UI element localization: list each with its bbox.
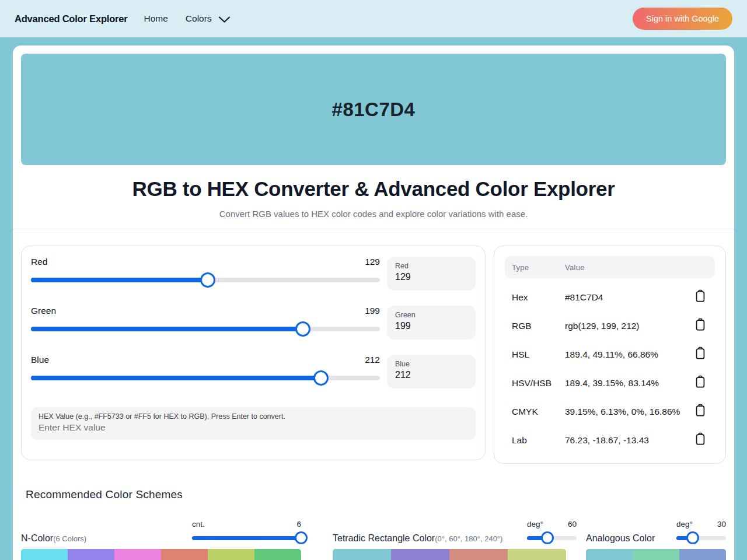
analogous-palette bbox=[586, 549, 726, 560]
slider-value: 60 bbox=[568, 520, 577, 528]
palette-swatch[interactable] bbox=[586, 549, 633, 560]
blue-slider-label: Blue bbox=[31, 355, 49, 365]
main-card: #81C7D4 RGB to HEX Converter & Advanced … bbox=[13, 46, 734, 560]
sign-in-google-button[interactable]: Sign in with Google bbox=[633, 8, 732, 30]
green-slider-fill bbox=[31, 327, 303, 331]
palette-swatch[interactable] bbox=[449, 549, 508, 560]
palette-swatch[interactable] bbox=[391, 549, 449, 560]
nav-item-home[interactable]: Home bbox=[144, 13, 167, 24]
blue-slider-group: Blue 212 bbox=[31, 355, 380, 404]
green-slider-group: Green 199 bbox=[31, 306, 380, 355]
clipboard-icon bbox=[694, 317, 707, 334]
scheme-name: Analogous Color bbox=[586, 533, 655, 543]
blue-slider-value: 212 bbox=[365, 355, 380, 365]
row-value: 76.23, -18.67, -13.43 bbox=[565, 435, 693, 446]
blue-slider-thumb[interactable] bbox=[313, 370, 329, 386]
scheme-analogous: Analogous Color deg° 30 bbox=[586, 519, 726, 560]
blue-value-field-value: 212 bbox=[395, 370, 467, 380]
page-title: RGB to HEX Converter & Advanced Color Ex… bbox=[13, 177, 734, 201]
n-color-count-slider-group: cnt. 6 bbox=[192, 520, 301, 544]
slider-thumb[interactable] bbox=[295, 531, 308, 544]
nav-item-colors[interactable]: Colors bbox=[186, 13, 231, 24]
green-slider-value: 199 bbox=[365, 306, 380, 316]
red-value-field-label: Red bbox=[395, 262, 467, 270]
slider-label: deg° bbox=[676, 520, 693, 528]
clipboard-icon bbox=[694, 289, 707, 306]
table-row: Lab 76.23, -18.67, -13.43 bbox=[505, 426, 715, 454]
analogous-degree-slider[interactable] bbox=[676, 531, 726, 544]
slider-label: cnt. bbox=[192, 520, 205, 528]
navbar: Advanced Color Explorer Home Colors Sign… bbox=[0, 0, 747, 37]
row-type: RGB bbox=[512, 321, 565, 331]
copy-rgb-button[interactable] bbox=[693, 316, 708, 335]
blue-slider[interactable] bbox=[31, 370, 380, 386]
slider-thumb[interactable] bbox=[541, 531, 554, 544]
analogous-degree-slider-group: deg° 30 bbox=[676, 520, 726, 544]
row-type: Hex bbox=[512, 292, 565, 303]
red-slider[interactable] bbox=[31, 272, 380, 288]
conversion-table-header: Type Value bbox=[505, 256, 715, 278]
n-color-palette bbox=[21, 549, 301, 560]
red-slider-label: Red bbox=[31, 257, 47, 267]
clipboard-icon bbox=[694, 403, 707, 420]
red-value-field-value: 129 bbox=[395, 272, 467, 282]
palette-swatch[interactable] bbox=[508, 549, 566, 560]
n-color-count-slider[interactable] bbox=[192, 531, 301, 544]
palette-swatch[interactable] bbox=[679, 549, 726, 560]
palette-swatch[interactable] bbox=[208, 549, 254, 560]
tetradic-degree-slider-group: deg° 60 bbox=[527, 520, 577, 544]
hero-color-swatch: #81C7D4 bbox=[21, 54, 726, 165]
slider-thumb[interactable] bbox=[686, 531, 699, 544]
green-value-field-value: 199 bbox=[395, 321, 467, 331]
row-value: 189.4, 39.15%, 83.14% bbox=[565, 378, 693, 388]
brand-title[interactable]: Advanced Color Explorer bbox=[15, 13, 127, 24]
page-subtitle: Convert RGB values to HEX color codes an… bbox=[13, 209, 734, 219]
schemes-heading: Recommended Color Schemes bbox=[26, 488, 721, 501]
schemes-row: N-Color(6 Colors) cnt. 6 bbox=[13, 519, 734, 560]
red-slider-group: Red 129 bbox=[31, 257, 380, 306]
tetradic-degree-slider[interactable] bbox=[527, 531, 577, 544]
palette-swatch[interactable] bbox=[114, 549, 161, 560]
sliders-column: Red 129 Green 199 bbox=[31, 257, 380, 404]
green-value-field[interactable]: Green 199 bbox=[387, 306, 476, 340]
copy-hex-button[interactable] bbox=[693, 288, 708, 307]
value-boxes-column: Red 129 Green 199 Blue 212 bbox=[387, 257, 476, 404]
table-row: HSL 189.4, 49.11%, 66.86% bbox=[505, 340, 715, 369]
palette-swatch[interactable] bbox=[21, 549, 68, 560]
blue-value-field[interactable]: Blue 212 bbox=[387, 355, 476, 388]
green-slider[interactable] bbox=[31, 321, 380, 337]
row-value: #81C7D4 bbox=[565, 292, 693, 303]
table-header-value: Value bbox=[565, 263, 585, 272]
green-slider-label: Green bbox=[31, 306, 56, 316]
palette-swatch[interactable] bbox=[333, 549, 391, 560]
copy-hsl-button[interactable] bbox=[693, 345, 708, 364]
table-row: CMYK 39.15%, 6.13%, 0%, 16.86% bbox=[505, 397, 715, 426]
palette-swatch[interactable] bbox=[633, 549, 679, 560]
slider-fill bbox=[192, 536, 301, 540]
hex-input[interactable] bbox=[39, 422, 468, 433]
clipboard-icon bbox=[694, 346, 707, 363]
nav-item-colors-label: Colors bbox=[186, 13, 212, 24]
copy-cmyk-button[interactable] bbox=[693, 402, 708, 421]
copy-lab-button[interactable] bbox=[693, 430, 708, 450]
scheme-name: N-Color bbox=[21, 533, 53, 543]
row-type: HSL bbox=[512, 349, 565, 360]
tetradic-palette bbox=[333, 549, 566, 560]
hex-input-box[interactable]: HEX Value (e.g., #FF5733 or #FF5 for HEX… bbox=[31, 407, 476, 440]
slider-label: deg° bbox=[527, 520, 543, 528]
rgb-slider-panel: Red 129 Green 199 bbox=[21, 246, 486, 460]
red-value-field[interactable]: Red 129 bbox=[387, 257, 476, 290]
chevron-down-icon bbox=[218, 16, 231, 23]
red-slider-thumb[interactable] bbox=[200, 272, 215, 288]
slider-value: 30 bbox=[717, 520, 726, 528]
table-row: HSV/HSB 189.4, 39.15%, 83.14% bbox=[505, 369, 715, 397]
palette-swatch[interactable] bbox=[161, 549, 208, 560]
green-slider-thumb[interactable] bbox=[295, 321, 310, 337]
copy-hsv-button[interactable] bbox=[693, 373, 708, 393]
row-value: 189.4, 49.11%, 66.86% bbox=[565, 349, 693, 360]
scheme-name: Tetradic Rectangle Color bbox=[333, 533, 435, 543]
palette-swatch[interactable] bbox=[68, 549, 114, 560]
palette-swatch[interactable] bbox=[254, 549, 301, 560]
red-slider-value: 129 bbox=[365, 257, 380, 267]
row-value: rgb(129, 199, 212) bbox=[565, 321, 693, 331]
